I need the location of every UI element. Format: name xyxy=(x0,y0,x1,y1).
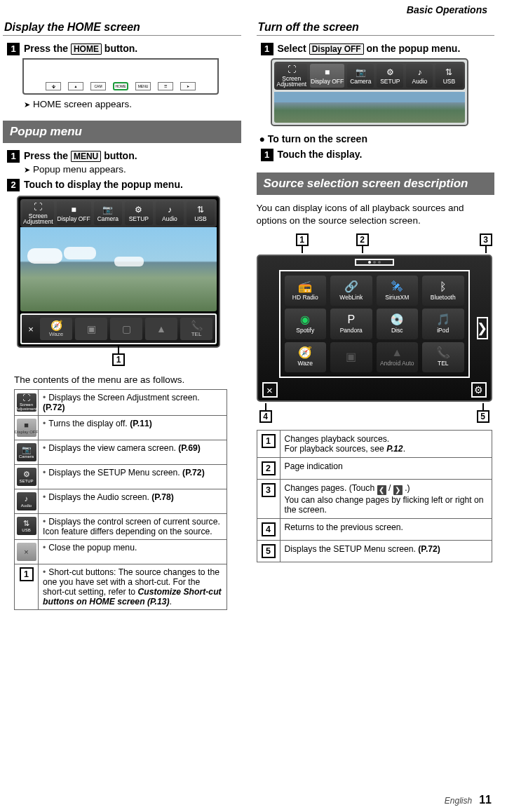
source-item[interactable]: 📻HD Radio xyxy=(285,276,327,306)
popup-table-caption: The contents of the menu are as follows. xyxy=(14,374,241,385)
popup-item-icon: ⇅ xyxy=(197,205,204,215)
step-number: 1 xyxy=(7,150,20,163)
shortcut-cell[interactable]: ▣ xyxy=(75,318,107,340)
source-item[interactable]: 💿Disc xyxy=(377,309,419,339)
source-icon: P xyxy=(347,314,355,325)
callout-box-1: 1 xyxy=(262,434,276,448)
shortcut-icon: 📞 xyxy=(191,320,203,330)
close-icon[interactable]: × xyxy=(262,382,278,398)
step-number: 1 xyxy=(7,43,20,55)
popup-item-setup[interactable]: ⚙SETUP xyxy=(125,201,153,225)
table-desc: Page indication xyxy=(285,461,343,471)
turnoff-step-1: 1 Select Display OFF on the popup menu. xyxy=(261,43,495,55)
panel-button: ➤ xyxy=(180,82,196,90)
subsection-source-selection: Source selection screen description xyxy=(257,172,495,195)
source-item[interactable]: PPandora xyxy=(330,309,372,339)
home-button-label: HOME xyxy=(71,43,102,55)
source-item[interactable]: ◉Spotify xyxy=(285,309,327,339)
home-step-1: 1 Press the HOME button. xyxy=(7,43,241,55)
source-item[interactable]: 🔗WebLink xyxy=(330,276,372,306)
table-desc: Displays the control screen of current s… xyxy=(43,517,220,536)
callout-tag-3: 3 xyxy=(480,234,492,246)
source-icon: ▣ xyxy=(346,351,356,363)
step-number: 1 xyxy=(261,149,273,161)
shortcut-icon: ▣ xyxy=(87,324,96,334)
callout-box-3: 3 xyxy=(262,483,276,497)
source-grid: 📻HD Radio🔗WebLink🛰SiriusXMᛒBluetooth◉Spo… xyxy=(279,270,470,378)
popup-item-camera[interactable]: 📷Camera xyxy=(347,64,374,88)
callout-tag-4: 4 xyxy=(259,410,272,423)
popup-menu-table: ⛶Screen AdjustmentDisplays the Screen Ad… xyxy=(14,389,227,610)
callout-tag-1: 1 xyxy=(296,234,309,246)
step-text: Touch the display. xyxy=(278,149,495,160)
popup-item-icon: ■ xyxy=(325,67,330,77)
popup-step-1: 1 Press the MENU button. xyxy=(7,150,241,163)
callout-tag-2: 2 xyxy=(356,234,369,246)
popup-item-label: Audio xyxy=(412,79,428,85)
source-item[interactable]: 📞TEL xyxy=(422,342,464,372)
popup-item-label: Screen Adjustment xyxy=(277,76,307,88)
table-icon: ⛶Screen Adjustment xyxy=(17,393,36,412)
popup-item-usb[interactable]: ⇅USB xyxy=(435,64,462,88)
popup-item-camera[interactable]: 📷Camera xyxy=(94,201,122,225)
callout-box-2: 2 xyxy=(262,461,276,475)
table-desc: Displays the SETUP Menu screen. (P.72) xyxy=(285,544,440,554)
shortcut-cell[interactable]: ▢ xyxy=(110,318,142,340)
shortcut-cell[interactable]: 🧭Waze xyxy=(40,318,72,340)
popup-item-audio[interactable]: ♪Audio xyxy=(406,64,433,88)
source-icon: 🎵 xyxy=(436,314,450,325)
table-desc: Short-cut buttons: The source changes to… xyxy=(43,567,222,607)
popup-item-setup[interactable]: ⚙SETUP xyxy=(377,64,403,88)
step-text: Select Display OFF on the popup menu. xyxy=(278,43,495,55)
source-screenshot: 📻HD Radio🔗WebLink🛰SiriusXMᛒBluetooth◉Spo… xyxy=(257,255,492,402)
popup-item-screen[interactable]: ⛶Screen Adjustment xyxy=(22,201,54,225)
menu-button-label: MENU xyxy=(71,151,101,162)
table-icon: × xyxy=(17,543,36,561)
panel-button: CAM xyxy=(90,82,106,90)
popup-item-audio[interactable]: ♪Audio xyxy=(156,201,184,225)
callout-tag-5: 5 xyxy=(477,410,489,423)
table-icon: ⚙SETUP xyxy=(17,468,36,486)
source-item[interactable]: ᛒBluetooth xyxy=(422,276,464,306)
subhead-turn-on: To turn on the screen xyxy=(259,133,495,144)
table-desc: Displays the Audio screen. (P.78) xyxy=(43,492,174,502)
heading-display-home: Display the HOME screen xyxy=(3,18,241,36)
table-desc: Changes playback sources.For playback so… xyxy=(285,434,406,454)
source-selection-body: You can display icons of all playback so… xyxy=(257,202,494,226)
source-icon: 🧭 xyxy=(298,347,312,358)
popup-item-icon: ⚙ xyxy=(386,67,394,77)
popup-item-label: Display OFF xyxy=(58,216,90,222)
popup-item-label: Camera xyxy=(97,216,119,222)
next-page-icon[interactable]: ❯ xyxy=(477,317,488,339)
popup-result: Popup menu appears. xyxy=(24,164,241,175)
table-icon: 📷Camera xyxy=(17,443,36,461)
shortcut-cell[interactable]: 📞TEL xyxy=(180,318,212,340)
source-item[interactable]: 🎵iPod xyxy=(422,309,464,339)
popup-item-display[interactable]: ■Display OFF xyxy=(310,64,344,88)
popup-item-usb[interactable]: ⇅USB xyxy=(187,201,215,225)
table-desc: Displays the view camera screen. (P.69) xyxy=(43,443,201,453)
table-desc: Turns the display off. (P.11) xyxy=(43,419,152,428)
popup-step-2: 2 Touch to display the popup menu. xyxy=(7,179,241,191)
table-desc: Returns to the previous screen. xyxy=(285,522,403,532)
panel-button: MENU xyxy=(135,82,151,90)
source-item[interactable]: ▣ xyxy=(330,342,372,372)
source-screenshot-wrap: 123 📻HD Radio🔗WebLink🛰SiriusXMᛒBluetooth… xyxy=(257,234,492,423)
source-icon: 🛰 xyxy=(391,281,403,292)
source-item[interactable]: ▲Android Auto xyxy=(377,342,419,372)
panel-button: ⏻ xyxy=(46,82,61,90)
popup-item-icon: ⚙ xyxy=(135,205,142,215)
front-panel-illustration: ⏻▲CAMHOMEMENU☰➤ xyxy=(22,58,219,95)
source-item[interactable]: 🧭Waze xyxy=(285,342,327,372)
source-item[interactable]: 🛰SiriusXM xyxy=(377,276,419,306)
popup-item-display[interactable]: ■Display OFF xyxy=(57,201,91,225)
popup-strip-screenshot: ⛶Screen Adjustment■Display OFF📷Camera⚙SE… xyxy=(271,58,468,126)
popup-item-screen[interactable]: ⛶Screen Adjustment xyxy=(276,64,308,88)
gear-icon[interactable]: ⚙ xyxy=(471,382,487,398)
shortcut-cell[interactable]: ▲ xyxy=(145,318,177,340)
close-icon[interactable]: × xyxy=(25,324,37,334)
source-icon: 📻 xyxy=(298,281,312,292)
step-number: 2 xyxy=(7,179,20,191)
table-desc: Changes pages. (Touch ❮ / ❯ .)You can al… xyxy=(285,483,484,515)
source-icon: 🔗 xyxy=(344,281,358,292)
